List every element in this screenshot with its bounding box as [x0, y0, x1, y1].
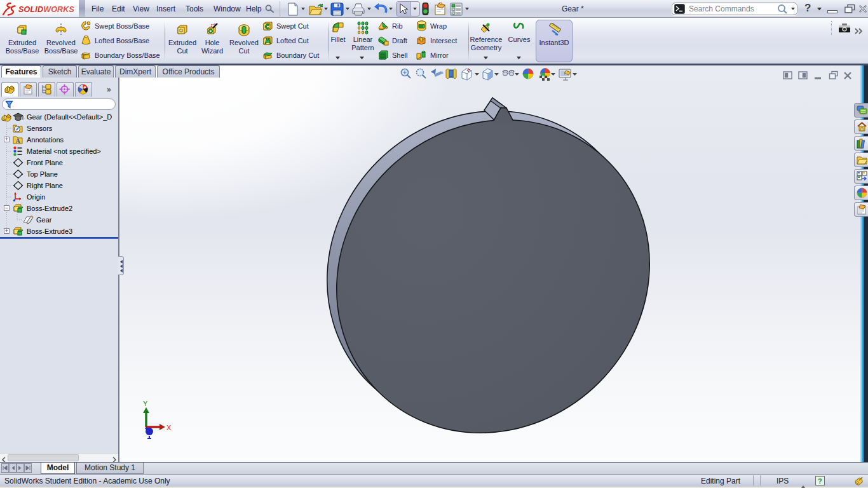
svg-text:X: X [166, 424, 172, 431]
svg-text:A: A [16, 137, 21, 144]
svg-text:SOLIDWORKS: SOLIDWORKS [18, 5, 75, 14]
svg-text:Y: Y [143, 400, 148, 407]
svg-text:?: ? [818, 477, 822, 485]
